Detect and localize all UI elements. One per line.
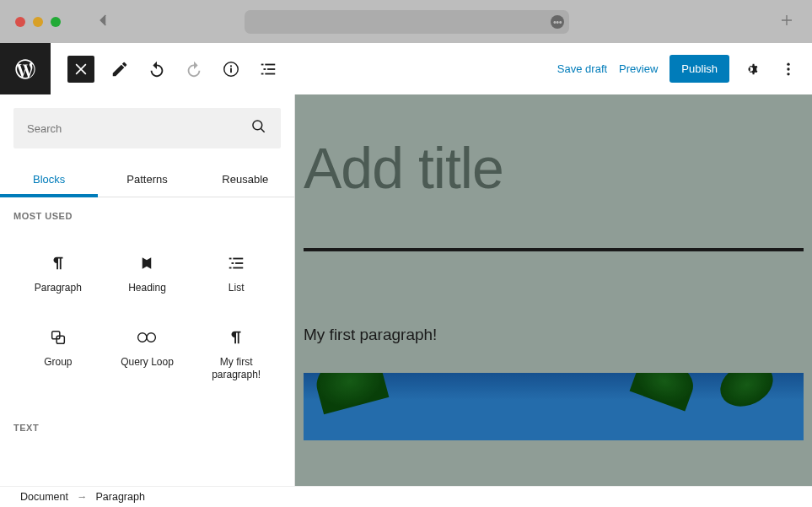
editor-canvas[interactable]: Add title My first paragraph! — [295, 94, 812, 486]
site-menu-icon[interactable]: ••• — [551, 15, 564, 29]
block-label: Group — [44, 356, 72, 369]
text-section-heading: TEXT — [13, 423, 281, 433]
block-paragraph[interactable]: Paragraph — [13, 236, 103, 310]
svg-rect-7 — [261, 73, 264, 74]
more-options-button[interactable] — [777, 57, 800, 81]
preview-button[interactable]: Preview — [619, 62, 658, 75]
svg-rect-6 — [267, 68, 275, 70]
paragraph-icon — [49, 251, 67, 275]
svg-rect-18 — [229, 267, 232, 269]
post-title-input[interactable]: Add title — [304, 135, 804, 201]
search-icon — [250, 118, 267, 138]
group-icon — [49, 326, 67, 349]
block-label: Paragraph — [35, 282, 82, 295]
svg-rect-16 — [232, 262, 234, 264]
svg-rect-5 — [264, 68, 266, 70]
block-label: List — [229, 282, 245, 295]
svg-rect-3 — [261, 63, 264, 65]
edit-tool-button[interactable] — [108, 57, 132, 81]
paragraph-icon — [227, 326, 245, 349]
palm-tree-decoration — [316, 373, 392, 432]
tab-blocks[interactable]: Blocks — [0, 162, 98, 197]
wordpress-logo[interactable] — [0, 43, 51, 94]
paragraph-block[interactable]: My first paragraph! — [304, 326, 804, 344]
editor-toolbar: Save draft Preview Publish — [0, 43, 812, 94]
svg-rect-2 — [230, 67, 232, 73]
close-window-button[interactable] — [15, 17, 25, 27]
svg-rect-21 — [56, 336, 64, 343]
redo-button[interactable] — [182, 57, 206, 81]
block-breadcrumb: Document → Paragraph — [0, 486, 812, 507]
block-query-loop[interactable]: Query Loop — [103, 310, 192, 397]
breadcrumb-paragraph[interactable]: Paragraph — [95, 491, 144, 503]
search-box[interactable] — [13, 108, 281, 148]
window-controls — [15, 17, 61, 27]
svg-rect-4 — [265, 63, 275, 65]
settings-button[interactable] — [741, 57, 765, 81]
most-used-heading: MOST USED — [13, 211, 281, 221]
svg-point-12 — [253, 121, 262, 130]
image-block[interactable] — [304, 373, 804, 440]
svg-line-13 — [261, 129, 265, 132]
palm-tree-decoration — [719, 373, 795, 440]
maximize-window-button[interactable] — [51, 17, 61, 27]
svg-point-9 — [787, 62, 789, 65]
svg-point-1 — [230, 65, 232, 67]
palm-tree-decoration — [635, 373, 711, 436]
outline-button[interactable] — [256, 57, 280, 81]
block-inserter-panel: Blocks Patterns Reusable MOST USED Parag… — [0, 94, 295, 486]
breadcrumb-document[interactable]: Document — [20, 491, 68, 503]
address-bar[interactable]: ••• — [245, 10, 569, 34]
minimize-window-button[interactable] — [33, 17, 43, 27]
undo-button[interactable] — [145, 57, 169, 81]
svg-rect-19 — [233, 267, 243, 269]
search-input[interactable] — [27, 122, 250, 135]
chevron-right-icon: → — [77, 491, 88, 503]
svg-point-11 — [787, 73, 789, 75]
block-group[interactable]: Group — [13, 310, 103, 397]
new-tab-button[interactable] — [780, 13, 793, 30]
title-underline — [304, 248, 804, 251]
svg-rect-14 — [229, 258, 232, 260]
svg-point-22 — [138, 332, 147, 341]
block-label: Query Loop — [121, 356, 174, 369]
publish-button[interactable]: Publish — [669, 55, 729, 83]
svg-rect-15 — [233, 258, 243, 260]
block-inserter-toggle[interactable] — [67, 56, 94, 83]
svg-point-10 — [787, 67, 789, 70]
list-icon — [227, 251, 245, 275]
svg-rect-20 — [51, 331, 59, 338]
svg-rect-17 — [235, 262, 243, 264]
svg-point-23 — [147, 332, 155, 341]
svg-rect-8 — [265, 73, 275, 74]
tab-reusable[interactable]: Reusable — [196, 162, 294, 197]
inserter-tabs: Blocks Patterns Reusable — [0, 162, 294, 197]
browser-back-button[interactable] — [96, 13, 111, 31]
block-label: Heading — [128, 282, 166, 295]
query-loop-icon — [136, 326, 158, 349]
block-my-first-paragraph[interactable]: My first paragraph! — [191, 310, 281, 397]
browser-chrome: ••• — [0, 0, 812, 43]
heading-icon — [139, 251, 154, 275]
block-heading[interactable]: Heading — [103, 236, 192, 310]
block-list[interactable]: List — [191, 236, 281, 310]
save-draft-button[interactable]: Save draft — [557, 62, 607, 75]
info-button[interactable] — [219, 57, 243, 81]
tab-patterns[interactable]: Patterns — [98, 162, 196, 197]
block-label: My first paragraph! — [195, 356, 277, 382]
